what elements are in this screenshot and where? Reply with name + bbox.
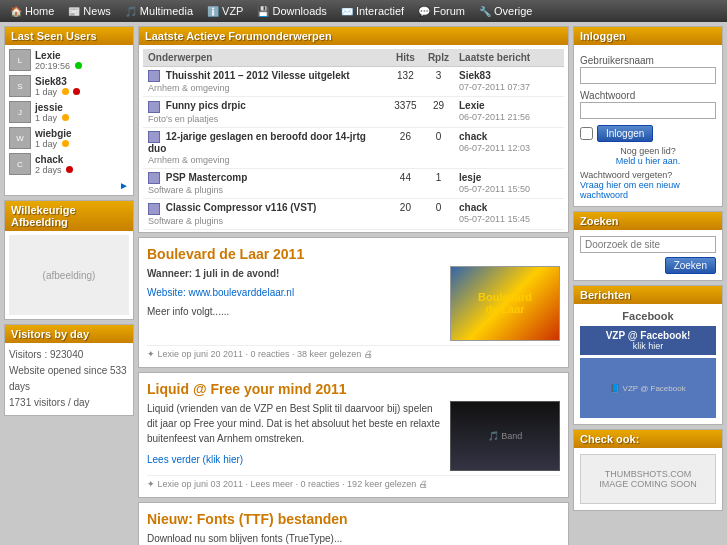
status-dot-away bbox=[62, 88, 69, 95]
random-image-panel: Willekeurige Afbeelding (afbeelding) bbox=[4, 200, 134, 320]
random-image-body: (afbeelding) bbox=[5, 231, 133, 319]
home-icon: 🏠 bbox=[10, 6, 22, 17]
nav-news[interactable]: 📰 News bbox=[62, 3, 117, 19]
register-link[interactable]: Meld u hier aan. bbox=[616, 156, 681, 166]
berichten-panel: Berichten Facebook VZP @ Facebook! klik … bbox=[573, 285, 723, 425]
user-info-siek83: Siek83 1 day bbox=[35, 76, 129, 97]
forum-icon bbox=[148, 131, 160, 143]
last-seen-header: Last Seen Users bbox=[5, 27, 133, 45]
password-label: Wachtwoord bbox=[580, 90, 716, 101]
nav-overige[interactable]: 🔧 Overige bbox=[473, 3, 539, 19]
forum-subforum: Software & plugins bbox=[148, 216, 223, 226]
user-info-chack: chack 2 days bbox=[35, 154, 129, 175]
liquid-panel: Liquid @ Free your mind 2011 Liquid (vri… bbox=[138, 372, 569, 498]
news-icon: 📰 bbox=[68, 6, 80, 17]
username-input[interactable] bbox=[580, 67, 716, 84]
login-button[interactable]: Inloggen bbox=[597, 125, 653, 142]
interactief-icon: ✉️ bbox=[341, 6, 353, 17]
forum-subject[interactable]: PSP Mastercomp bbox=[166, 172, 248, 183]
nav-forum[interactable]: 💬 Forum bbox=[412, 3, 471, 19]
forgot-pw: Wachtwoord vergeten? Vraag hier om een n… bbox=[580, 170, 716, 200]
forum-subject[interactable]: Classic Compressor v116 (VST) bbox=[166, 202, 317, 213]
liquid-footer: ✦ Lexie op juni 03 2011 · Lees meer · 0 … bbox=[147, 475, 560, 489]
facebook-label: Facebook bbox=[580, 310, 716, 322]
col-rplz: Rplz bbox=[423, 49, 454, 67]
forum-subject-cell: PSP Mastercomp Software & plugins bbox=[143, 169, 388, 199]
search-input[interactable] bbox=[580, 236, 716, 253]
boulevard-title: Boulevard de Laar 2011 bbox=[147, 246, 560, 262]
forum-last-post: lesje 05-07-2011 15:50 bbox=[454, 169, 564, 199]
checkook-body: THUMBSHOTS.COM IMAGE COMING SOON bbox=[574, 448, 722, 510]
forum-replies: 0 bbox=[423, 199, 454, 229]
forum-subforum: Software & plugins bbox=[148, 185, 223, 195]
table-row: Thuisshit 2011 – 2012 Vilesse uitgelekt … bbox=[143, 67, 564, 97]
status-dot-online bbox=[75, 62, 82, 69]
forum-subject[interactable]: Thuisshit 2011 – 2012 Vilesse uitgelekt bbox=[166, 70, 350, 81]
table-row: 12-jarige geslagen en beroofd door 14-jr… bbox=[143, 127, 564, 168]
status-dot bbox=[66, 166, 73, 173]
nav-vzp[interactable]: ℹ️ VZP bbox=[201, 3, 249, 19]
last-post-user[interactable]: lesje bbox=[459, 172, 481, 183]
forum-subject[interactable]: Funny pics drpic bbox=[166, 100, 246, 111]
status-dot-offline bbox=[73, 88, 80, 95]
fonts-text: Download nu som blijven fonts (TrueType)… bbox=[147, 531, 560, 545]
user-info-jessie: jessie 1 day bbox=[35, 102, 129, 123]
password-input[interactable] bbox=[580, 102, 716, 119]
thumbshots-box: THUMBSHOTS.COM IMAGE COMING SOON bbox=[580, 454, 716, 504]
search-button[interactable]: Zoeken bbox=[665, 257, 716, 274]
forum-last-post: chack 05-07-2011 15:45 bbox=[454, 199, 564, 229]
center-column: Laatste Actieve Forumonderwerpen Onderwe… bbox=[138, 26, 569, 545]
last-post-date: 07-07-2011 07:37 bbox=[459, 82, 530, 92]
nav-multimedia[interactable]: 🎵 Multimedia bbox=[119, 3, 199, 19]
forum-subject[interactable]: 12-jarige geslagen en beroofd door 14-jr… bbox=[148, 131, 366, 154]
last-post-user[interactable]: Siek83 bbox=[459, 70, 491, 81]
last-post-user[interactable]: Lexie bbox=[459, 100, 485, 111]
table-row: Funny pics drpic Foto's en plaatjes 3375… bbox=[143, 97, 564, 127]
forum-subject-cell: Funny pics drpic Foto's en plaatjes bbox=[143, 97, 388, 127]
nav-interactief[interactable]: ✉️ Interactief bbox=[335, 3, 410, 19]
avatar-wiebgie: W bbox=[9, 127, 31, 149]
status-dot bbox=[62, 114, 69, 121]
visitors-header: Visitors by day bbox=[5, 325, 133, 343]
liquid-body: Liquid (vrienden van de VZP en Best Spli… bbox=[147, 401, 560, 471]
col-laatste: Laatste bericht bbox=[454, 49, 564, 67]
search-panel: Zoeken Zoeken bbox=[573, 211, 723, 281]
forum-subforum: Arnhem & omgeving bbox=[148, 83, 230, 93]
visitors-per-day: 1731 visitors / day bbox=[9, 395, 129, 411]
last-post-user[interactable]: chack bbox=[459, 131, 487, 142]
avatar-chack: C bbox=[9, 153, 31, 175]
boulevard-website[interactable]: Website: www.boulevarddelaar.nl bbox=[147, 285, 442, 300]
table-row: PSP Mastercomp Software & plugins 44 1 l… bbox=[143, 169, 564, 199]
forum-icon: 💬 bbox=[418, 6, 430, 17]
fonts-article: Nieuw: Fonts (TTF) bestanden Download nu… bbox=[139, 503, 568, 545]
boulevard-body: Wanneer: 1 juli in de avond! Website: ww… bbox=[147, 266, 560, 341]
random-image-header: Willekeurige Afbeelding bbox=[5, 201, 133, 231]
avatar-lexie: L bbox=[9, 49, 31, 71]
facebook-box[interactable]: VZP @ Facebook! klik hier bbox=[580, 326, 716, 355]
last-post-user[interactable]: chack bbox=[459, 202, 487, 213]
remember-me-checkbox[interactable] bbox=[580, 127, 593, 140]
user-row-siek83: S Siek83 1 day bbox=[9, 75, 129, 97]
visitors-panel: Visitors by day Visitors : 923040 Websit… bbox=[4, 324, 134, 416]
last-post-date: 06-07-2011 12:03 bbox=[459, 143, 530, 153]
status-dot bbox=[62, 140, 69, 147]
forum-table: Onderwerpen Hits Rplz Laatste bericht Th… bbox=[143, 49, 564, 230]
forum-panel: Laatste Actieve Forumonderwerpen Onderwe… bbox=[138, 26, 569, 233]
forum-replies: 3 bbox=[423, 67, 454, 97]
boulevard-when: Wanneer: 1 juli in de avond! bbox=[147, 266, 442, 281]
nav-downloads[interactable]: 💾 Downloads bbox=[251, 3, 332, 19]
user-row-chack: C chack 2 days bbox=[9, 153, 129, 175]
last-seen-body: L Lexie 20:19:56 S Siek83 1 day bbox=[5, 45, 133, 195]
forgot-pw-link[interactable]: Vraag hier om een nieuw wachtwoord bbox=[580, 180, 680, 200]
search-header: Zoeken bbox=[574, 212, 722, 230]
forum-hits: 3375 bbox=[388, 97, 423, 127]
liquid-read-more[interactable]: Lees verder (klik hier) bbox=[147, 454, 243, 465]
main-wrapper: Last Seen Users L Lexie 20:19:56 S bbox=[0, 22, 727, 545]
random-image-placeholder: (afbeelding) bbox=[9, 235, 129, 315]
forum-icon bbox=[148, 101, 160, 113]
nav-home[interactable]: 🏠 Home bbox=[4, 3, 60, 19]
user-row-lexie: L Lexie 20:19:56 bbox=[9, 49, 129, 71]
col-hits: Hits bbox=[388, 49, 423, 67]
more-users-link[interactable]: ► bbox=[9, 179, 129, 191]
berichten-body: Facebook VZP @ Facebook! klik hier 📘 VZP… bbox=[574, 304, 722, 424]
